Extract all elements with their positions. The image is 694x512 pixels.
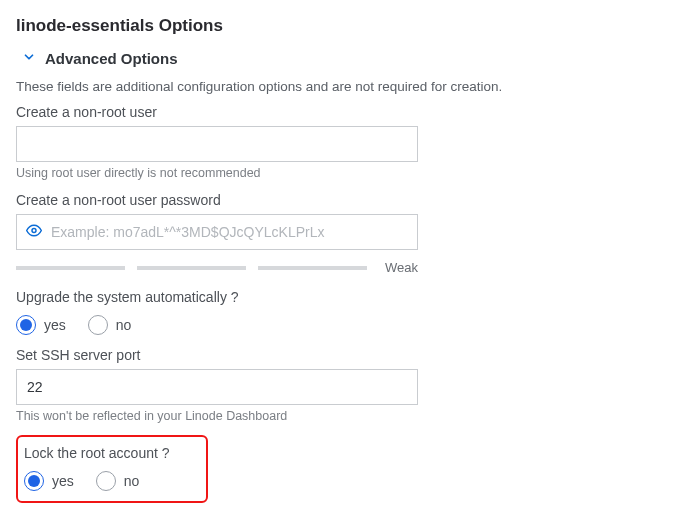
radio-icon <box>88 315 108 335</box>
lock-root-radio-no[interactable]: no <box>96 471 140 491</box>
upgrade-no-label: no <box>116 317 132 333</box>
advanced-options-hint: These fields are additional configuratio… <box>16 79 678 94</box>
nonroot-user-input[interactable] <box>16 126 418 162</box>
nonroot-pw-input[interactable] <box>16 214 418 250</box>
nonroot-user-label: Create a non-root user <box>16 104 678 120</box>
strength-bar-3 <box>258 266 367 270</box>
radio-icon <box>16 315 36 335</box>
upgrade-yes-label: yes <box>44 317 66 333</box>
advanced-options-toggle[interactable]: Advanced Options <box>22 50 678 67</box>
lock-root-no-label: no <box>124 473 140 489</box>
svg-point-0 <box>32 229 36 233</box>
upgrade-radio-no[interactable]: no <box>88 315 132 335</box>
chevron-down-icon <box>22 50 36 67</box>
upgrade-radio-group: yes no <box>16 315 678 335</box>
strength-bar-2 <box>137 266 246 270</box>
nonroot-pw-label: Create a non-root user password <box>16 192 678 208</box>
radio-icon <box>24 471 44 491</box>
page-title: linode-essentials Options <box>16 16 678 36</box>
password-strength-meter: Weak <box>16 260 418 275</box>
ssh-port-input[interactable] <box>16 369 418 405</box>
upgrade-label: Upgrade the system automatically ? <box>16 289 678 305</box>
lock-root-label: Lock the root account ? <box>24 445 196 461</box>
eye-icon[interactable] <box>26 223 42 242</box>
advanced-options-label: Advanced Options <box>45 50 178 67</box>
lock-root-yes-label: yes <box>52 473 74 489</box>
strength-bar-1 <box>16 266 125 270</box>
ssh-port-hint: This won't be reflected in your Linode D… <box>16 409 678 423</box>
radio-icon <box>96 471 116 491</box>
lock-root-radio-yes[interactable]: yes <box>24 471 74 491</box>
lock-root-highlight: Lock the root account ? yes no <box>16 435 208 503</box>
upgrade-radio-yes[interactable]: yes <box>16 315 66 335</box>
ssh-port-label: Set SSH server port <box>16 347 678 363</box>
lock-root-radio-group: yes no <box>24 471 196 491</box>
nonroot-user-hint: Using root user directly is not recommen… <box>16 166 678 180</box>
strength-label: Weak <box>379 260 418 275</box>
